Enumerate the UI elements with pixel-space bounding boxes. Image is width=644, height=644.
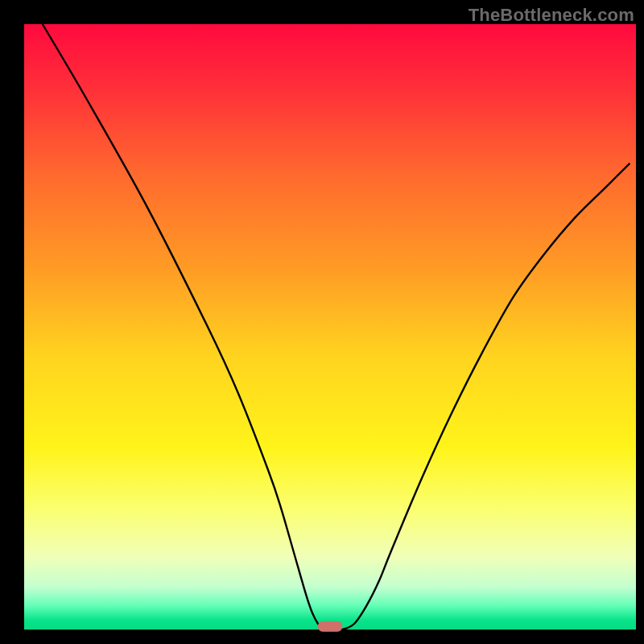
optimal-marker bbox=[318, 621, 342, 632]
bottleneck-chart: TheBottleneck.com bbox=[0, 0, 644, 644]
watermark-text: TheBottleneck.com bbox=[469, 5, 634, 26]
chart-plot-area bbox=[0, 0, 644, 644]
gradient-background bbox=[24, 24, 636, 630]
